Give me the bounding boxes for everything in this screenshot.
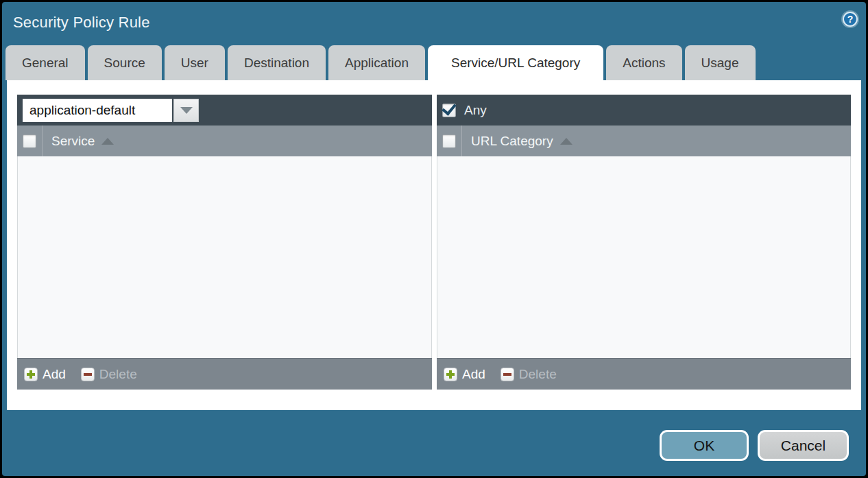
help-icon[interactable]: ? bbox=[843, 12, 858, 27]
delete-button-label: Delete bbox=[519, 367, 557, 382]
url-category-list bbox=[437, 156, 851, 358]
service-list bbox=[17, 156, 432, 358]
any-checkbox-label: Any bbox=[464, 103, 487, 118]
dialog-title: Security Policy Rule bbox=[13, 14, 150, 32]
service-footer: Add Delete bbox=[17, 358, 432, 390]
sort-ascending-icon[interactable] bbox=[560, 138, 572, 145]
url-category-footer: Add Delete bbox=[437, 358, 851, 390]
add-icon bbox=[444, 368, 457, 381]
service-table-header: Service bbox=[17, 126, 432, 156]
service-panel: Service Add Delete bbox=[17, 95, 432, 390]
cancel-button[interactable]: Cancel bbox=[758, 430, 849, 461]
delete-icon bbox=[501, 368, 514, 381]
ok-button[interactable]: OK bbox=[660, 430, 749, 461]
security-policy-rule-dialog: Security Policy Rule ? General Source Us… bbox=[2, 2, 866, 476]
url-category-table-header: URL Category bbox=[437, 126, 851, 156]
service-type-dropdown-button[interactable] bbox=[173, 99, 199, 122]
tab-general[interactable]: General bbox=[5, 45, 85, 80]
url-category-panel: Any URL Category Add Delete bbox=[437, 95, 851, 390]
any-checkbox[interactable] bbox=[442, 104, 456, 117]
service-delete-button[interactable]: Delete bbox=[81, 367, 137, 382]
url-category-header-checkbox-cell bbox=[437, 126, 462, 156]
add-button-label: Add bbox=[43, 367, 66, 382]
service-type-dropdown-input[interactable] bbox=[23, 99, 172, 122]
delete-button-label: Delete bbox=[99, 367, 137, 382]
tab-destination[interactable]: Destination bbox=[228, 45, 326, 80]
tab-user[interactable]: User bbox=[165, 45, 225, 80]
url-category-select-all-checkbox[interactable] bbox=[442, 134, 456, 148]
tab-actions[interactable]: Actions bbox=[606, 45, 682, 80]
tab-source[interactable]: Source bbox=[88, 45, 162, 80]
url-category-column-label: URL Category bbox=[471, 134, 553, 149]
service-column-header[interactable]: Service bbox=[43, 126, 114, 156]
tab-bar: General Source User Destination Applicat… bbox=[5, 45, 863, 80]
add-icon bbox=[24, 368, 38, 381]
url-category-column-header[interactable]: URL Category bbox=[462, 126, 572, 156]
service-column-label: Service bbox=[51, 134, 95, 149]
tab-usage[interactable]: Usage bbox=[685, 45, 756, 80]
chevron-down-icon bbox=[180, 107, 193, 114]
url-category-toolbar: Any bbox=[437, 95, 851, 126]
tab-content-area: Service Add Delete Any bbox=[7, 80, 861, 410]
service-select-all-checkbox[interactable] bbox=[23, 134, 36, 148]
add-button-label: Add bbox=[462, 367, 485, 382]
tab-application[interactable]: Application bbox=[328, 45, 425, 80]
url-category-delete-button[interactable]: Delete bbox=[501, 367, 557, 382]
url-category-add-button[interactable]: Add bbox=[444, 367, 485, 382]
delete-icon bbox=[81, 368, 95, 381]
service-add-button[interactable]: Add bbox=[24, 367, 66, 382]
service-header-checkbox-cell bbox=[17, 126, 43, 156]
tab-service-url-category[interactable]: Service/URL Category bbox=[428, 45, 603, 80]
sort-ascending-icon[interactable] bbox=[101, 138, 114, 145]
service-toolbar bbox=[17, 95, 432, 126]
